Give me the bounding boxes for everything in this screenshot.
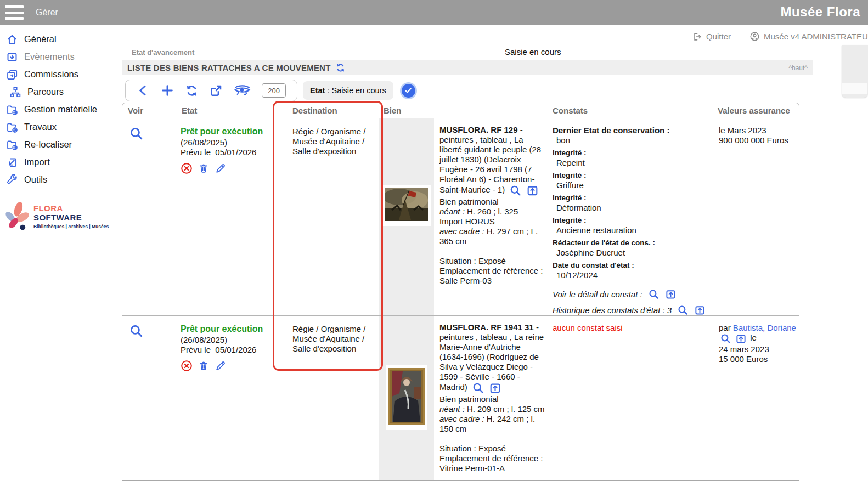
side-scroll-panel[interactable] [842,45,868,98]
status-date: (26/08/2025) [181,138,279,148]
scroll-top-link[interactable]: ^haut^ [788,64,808,72]
back-button[interactable] [137,84,150,97]
trash-icon [200,165,206,172]
open-window-icon [667,291,674,298]
import-icon [9,159,16,166]
sidebar-item-outils[interactable]: Outils [0,173,112,186]
sidebar-item-commissions[interactable]: Commissions [0,68,112,81]
header-etat: Etat [171,106,279,115]
bien-import-source: Import HORUS [439,217,546,227]
status-label: Prêt pour exécution [181,127,279,137]
bien-emplacement: Emplacement de référence : Salle Perm-03 [439,266,546,286]
sidebar-item-travaux[interactable]: Travaux [0,121,112,133]
delete-item-button[interactable] [198,360,210,372]
view-item-button[interactable] [129,128,144,137]
etat-avancement-value: Saisie en cours [505,47,561,56]
sidebar-item-relocaliser[interactable]: Re-localiser [0,138,112,151]
dim-label: avec cadre : [439,227,484,236]
assurance-par: par [719,323,731,332]
header-valeurs-assurance: Valeurs assurance [717,106,799,115]
thumbnail-strip [379,118,434,315]
bien-type: Bien patrimonial [439,197,546,207]
assurance-le: le [750,333,757,342]
destination-cell: Régie / Organisme / Musée d'Aquitaine / … [279,316,379,481]
bien-search-button[interactable] [509,184,522,197]
constat-history-open-button[interactable] [694,304,706,316]
chevron-left-icon [140,86,144,95]
bien-emplacement: Emplacement de référence : Vitrine Perm-… [439,454,546,473]
circle-x-icon [182,163,191,173]
plus-icon [162,86,172,95]
flora-flower-icon [2,200,30,232]
edit-item-button[interactable] [215,162,227,174]
bien-description-cell: MUSFLORA. RF 129 - peintures , tableau ,… [434,118,549,315]
cancel-item-button[interactable] [181,162,193,174]
logo-brand-software: SOFTWARE [33,213,82,222]
state-chip: Etat : Saisie en cours [303,81,393,100]
view-item-button[interactable] [129,325,144,335]
biens-table: Voir Etat Destination Bien Constats Vale… [122,103,799,481]
artwork-thumbnail[interactable] [382,185,431,226]
constat-detail-open-button[interactable] [665,288,677,300]
logo-brand-flora: FLORA [33,203,63,213]
edit-item-button[interactable] [215,360,227,372]
sidebar-item-general[interactable]: Général [0,33,112,46]
sidebar-item-import[interactable]: Import [0,156,112,168]
assurance-open-button[interactable] [735,333,747,344]
assurance-search-button[interactable] [720,333,731,344]
cancel-item-button[interactable] [181,360,193,372]
dim-value: H. 260 ; l. 325 [467,207,518,216]
dim-value: H. 209 cm ; l. 125 cm [467,404,545,414]
logo-tagline: Bibliothèques | Archives | Musées [33,224,112,229]
app-title: Musée Flora [780,4,860,20]
folder-globe-icon [8,141,17,150]
export-button[interactable] [209,84,223,98]
quit-button[interactable]: Quitter [692,32,731,42]
folders-icon [8,70,16,79]
bien-search-button[interactable] [472,382,484,394]
assurance-author-link[interactable]: Bautista, Doriane [733,323,796,332]
search-icon [650,290,657,298]
status-planned: Prévu le 05/01/2026 [181,345,279,355]
count-input[interactable] [262,83,286,98]
table-header-row: Voir Etat Destination Bien Constats Vale… [122,103,799,118]
userbar: Quitter Musée v4 ADMINISTRATEUR FO [692,31,868,42]
hamburger-menu-icon[interactable] [5,5,24,20]
status-planned: Prévu le 05/01/2026 [181,148,279,157]
header-destination: Destination [279,106,379,115]
pencil-icon [217,362,224,370]
section-title: LISTE DES BIENS RATTACHES A CE MOUVEMENT [127,63,331,72]
constat-detail-search-button[interactable] [648,288,660,300]
export-icon [212,86,221,95]
menu-gerer[interactable]: Gérer [36,8,58,18]
header-bien: Bien [379,106,549,115]
table-row: Prêt pour exécution (26/08/2025) Prévu l… [122,118,799,316]
recycle-button[interactable] [185,84,199,98]
bien-open-button[interactable] [526,184,539,197]
artwork-thumbnail[interactable] [386,365,427,430]
sidebar-item-parcours[interactable]: Parcours [0,86,112,98]
toolbar: Etat : Saisie en cours [125,80,417,101]
trash-icon [200,362,206,369]
delete-item-button[interactable] [198,162,210,174]
search-icon [511,186,520,195]
sidebar-item-evenements[interactable]: Evènements [0,50,112,63]
refresh-icon[interactable] [335,63,346,73]
validate-button[interactable] [400,82,417,99]
constat-history-search-button[interactable] [677,304,689,316]
add-button[interactable] [161,84,174,97]
assurance-date: le Mars 2023 [719,126,799,135]
check-icon [404,86,413,95]
constat-history-label: Historique des constats d'état : 3 [553,305,672,315]
bien-type: Bien patrimonial [439,394,546,404]
search-icon [131,128,141,138]
bien-ref: MUSFLORA. RF 129 [439,125,518,134]
flora-software-logo: FLORA SOFTWARE Bibliothèques | Archives … [2,200,112,232]
bien-situation: Situation : Exposé [439,256,546,266]
dim-label: avec cadre : [439,414,484,423]
bien-open-button[interactable] [489,382,501,394]
sidebar-item-gestion-materielle[interactable]: Gestion matérielle [0,103,112,116]
current-user[interactable]: Musée v4 ADMINISTRATEUR FO [749,31,868,42]
horus-view-button[interactable] [234,84,251,97]
constats-cell: Dernier Etat de conservation : bon Integ… [549,118,717,315]
